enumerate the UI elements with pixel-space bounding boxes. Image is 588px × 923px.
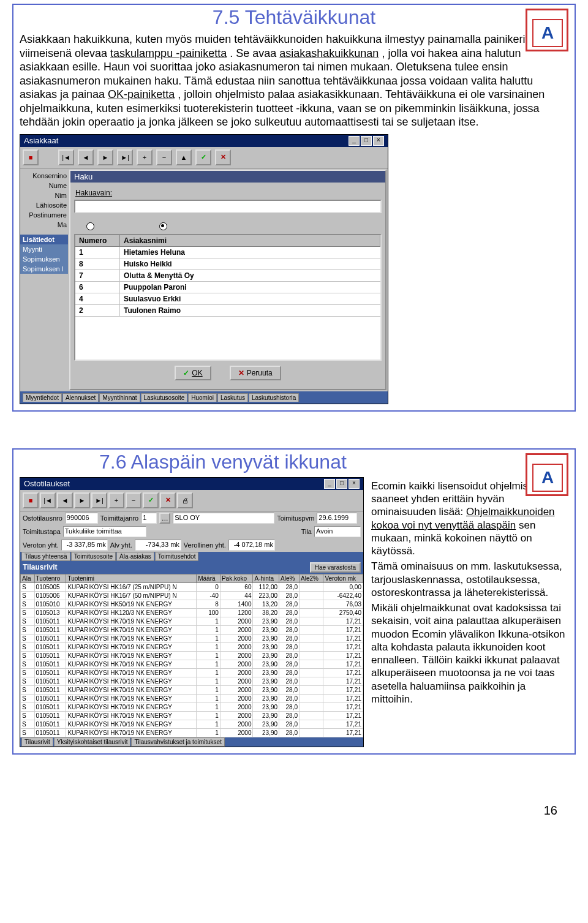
p1u1: taskulamppu -painiketta [110,47,227,59]
nav-next-icon[interactable]: ► [97,149,113,165]
close-icon[interactable]: × [349,479,360,489]
add-icon[interactable]: + [108,492,124,508]
print-icon[interactable]: 🖨 [177,492,193,508]
tab[interactable]: Laskutushistoria [249,393,299,402]
table-row[interactable]: S0105010KUPARIKÖYSI HK50/19 NK ENERGY814… [21,600,363,608]
table-row[interactable]: S0105005KUPARIKÖYSI HK16/7 (25 m/NIPPU) … [21,582,363,591]
table-row[interactable]: 2Tuulonen Raimo [75,305,380,317]
fld-toimitustapa[interactable]: Tukkuliike toimittaa [63,526,146,537]
table-row[interactable]: S0105011KUPARIKÖYSI HK70/19 NK ENERGY120… [21,677,363,685]
stop-icon[interactable]: ■ [23,492,39,508]
lbl-verollinen: Verollinen yht. [184,541,226,549]
table-row[interactable]: 8Huisko Heikki [75,258,380,270]
col-header: Ala [21,574,35,582]
table-row[interactable]: S0105011KUPARIKÖYSI HK70/19 NK ENERGY120… [21,660,363,668]
window-caption-buttons: _ □ × [349,136,384,146]
nav-del-icon[interactable]: − [156,149,172,165]
tab[interactable]: Tilausrivit [21,737,53,747]
row-3: Veroton yht. -3 337,85 mk Alv yht. -734,… [20,538,363,552]
fld-toimittaja[interactable]: SLO OY [173,513,274,524]
table-row[interactable]: S0105011KUPARIKÖYSI HK70/19 NK ENERGY120… [21,617,363,625]
tab[interactable]: Alennukset [62,393,99,402]
tab[interactable]: Toimitusehdot [155,552,199,561]
table-row[interactable]: S0105011KUPARIKÖYSI HK70/19 NK ENERGY120… [21,703,363,711]
tab[interactable]: Laskutusosoite [141,393,188,402]
bottom-tabs: MyyntiehdotAlennuksetMyyntihinnatLaskutu… [20,391,388,404]
toolbar-stop-icon[interactable]: ■ [23,149,39,165]
hakuavain-input[interactable] [74,200,382,213]
fld-ostotilausnro[interactable]: 990006 [65,513,98,524]
del-icon[interactable]: − [126,492,141,508]
table-row[interactable]: S0105013KUPARIKÖYSI HK120/3 NK ENERGY100… [21,608,363,617]
grid-header: Numero Asiakasnimi [75,235,380,247]
ok-icon[interactable]: ✓ [143,492,159,508]
tab[interactable]: Laskutus [217,393,248,402]
radio-numero[interactable] [86,222,98,230]
tab[interactable]: Myyntiehdot [23,393,62,402]
tab[interactable]: Tilausvahvistukset ja toimitukset [131,737,224,747]
logo-letter-2: A [532,464,563,492]
haku-dialog: Haku Hakuavain: Numero Asiakasnimi [69,170,386,390]
tab[interactable]: Toimitusosoite [71,552,116,561]
nav-edit-icon[interactable]: ▲ [176,149,192,165]
close-icon[interactable]: × [373,136,384,146]
table-row[interactable]: 1Hietamies Heluna [75,247,380,258]
row-2: Toimitustapa Tukkuliike toimittaa Tila A… [20,525,363,538]
side-text-7-6: Ecomin kaikki lisensoidut ohjelmistot ov… [369,477,568,747]
nav-add-icon[interactable]: + [137,149,153,165]
minimize-icon[interactable]: _ [349,136,360,146]
ok-button[interactable]: ✓OK [175,366,211,380]
nav-last-icon[interactable]: ►| [117,149,133,165]
fld-toimituspvm[interactable]: 29.6.1999 [317,513,357,524]
table-row[interactable]: S0105011KUPARIKÖYSI HK70/19 NK ENERGY120… [21,728,363,737]
lookup-icon[interactable]: … [159,513,170,524]
osto-bottom-tabs: TilausrivitYksityiskohtaiset tilausrivit… [20,737,363,747]
tab[interactable]: Myyntihinnat [99,393,140,402]
table-row[interactable]: S0105011KUPARIKÖYSI HK70/19 NK ENERGY120… [21,711,363,720]
nav-cancel-icon[interactable]: ✕ [215,149,231,165]
nav-prev-icon[interactable]: ◄ [57,492,73,508]
nav-last-icon[interactable]: ►| [91,492,107,508]
col-header: A-hinta [253,574,279,582]
lbl-lahiosoite: Lähiosoite [20,200,68,210]
table-row[interactable]: S0105011KUPARIKÖYSI HK70/19 NK ENERGY120… [21,668,363,677]
table-row[interactable]: S0105011KUPARIKÖYSI HK70/19 NK ENERGY120… [21,651,363,660]
col-header: Ale2% [300,574,323,582]
table-row[interactable]: 4Suulasvuo Erkki [75,293,380,305]
table-row[interactable]: 7Olutta & Menyttä Oy [75,270,380,282]
nav-next-icon[interactable]: ► [74,492,90,508]
cancel-icon[interactable]: ✕ [160,492,176,508]
table-row[interactable]: S0105011KUPARIKÖYSI HK70/19 NK ENERGY120… [21,625,363,634]
tab[interactable]: Huomioi [188,393,217,402]
maximize-icon[interactable]: □ [336,479,347,489]
table-row[interactable]: S0105011KUPARIKÖYSI HK70/19 NK ENERGY120… [21,720,363,728]
table-row[interactable]: S0105011KUPARIKÖYSI HK70/19 NK ENERGY120… [21,685,363,694]
ok-cancel-row: ✓OK ✕Peruuta [74,361,382,385]
lbl-veroton: Veroton yht. [23,541,59,549]
fld-tila[interactable]: Avoin [314,526,361,537]
maximize-icon[interactable]: □ [361,136,372,146]
tab[interactable]: Ala-asiakas [116,552,154,561]
table-row[interactable]: S0105011KUPARIKÖYSI HK70/19 NK ENERGY120… [21,694,363,703]
tab[interactable]: Tilaus yhteensä [21,552,70,561]
lbl-sopimuksen: Sopimuksen [20,254,68,264]
table-row[interactable]: 6Puuppolan Paroni [75,282,380,293]
nav-first-icon[interactable]: |◄ [58,149,74,165]
table-row[interactable]: S0105006KUPARIKÖYSI HK16/7 (50 m/NIPPU) … [21,591,363,600]
nav-prev-icon[interactable]: ◄ [78,149,94,165]
haku-grid: Numero Asiakasnimi 1Hietamies Heluna8Hui… [74,234,382,361]
fld-toimittajanro[interactable]: 1 [141,513,157,524]
logo-box: A [526,9,568,51]
osto-grid-header: AlaTuotenroTuotenimiMääräPak.kokoA-hinta… [21,574,363,582]
nav-ok-icon[interactable]: ✓ [195,149,211,165]
table-row[interactable]: S0105011KUPARIKÖYSI HK70/19 NK ENERGY120… [21,634,363,642]
asiakkaat-window: Asiakkaat _ □ × ■ |◄ ◄ ► ►| + − ▲ ✓ ✕ [20,134,388,404]
fld-veroton: -3 337,85 mk [61,540,108,551]
minimize-icon[interactable]: _ [324,479,335,489]
radio-nimi[interactable] [159,222,171,230]
table-row[interactable]: S0105011KUPARIKÖYSI HK70/19 NK ENERGY120… [21,642,363,651]
hae-varastosta-button[interactable]: Hae varastosta [310,562,361,573]
nav-first-icon[interactable]: |◄ [40,492,56,508]
tab[interactable]: Yksityiskohtaiset tilausrivit [54,737,131,747]
cancel-button[interactable]: ✕Peruuta [230,366,281,380]
